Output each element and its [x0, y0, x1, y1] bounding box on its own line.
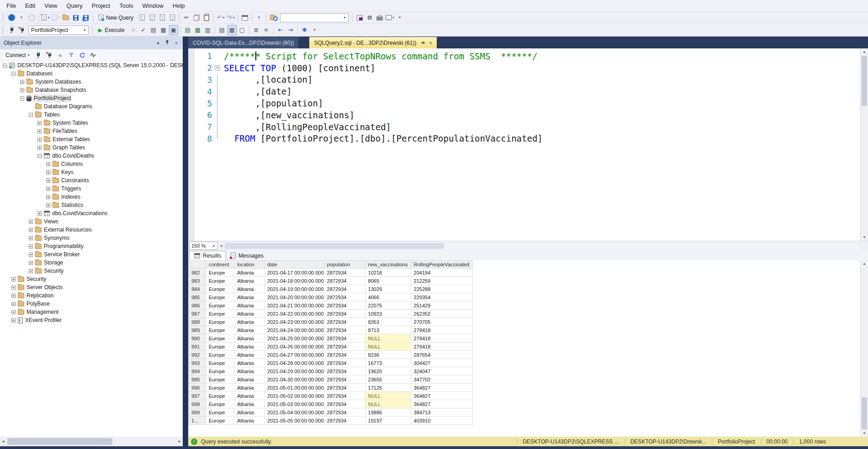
- column-header[interactable]: date: [265, 261, 324, 269]
- sql-window-icon[interactable]: [355, 13, 364, 23]
- column-header[interactable]: new_vaccinations: [365, 261, 411, 269]
- cell[interactable]: 2872934: [324, 359, 365, 367]
- cell[interactable]: Albania: [234, 310, 265, 318]
- cell[interactable]: 8065: [365, 277, 411, 285]
- cell[interactable]: Europe: [206, 367, 234, 375]
- window-position-icon[interactable]: ▾: [154, 41, 162, 46]
- cell[interactable]: Europe: [206, 351, 234, 359]
- tree-item[interactable]: +Programmability: [0, 242, 183, 250]
- tree-item[interactable]: Database Diagrams: [0, 102, 183, 111]
- table-row[interactable]: 985EuropeAlbania2021-04-20 00:00:00.0002…: [189, 293, 473, 301]
- cell[interactable]: 22075: [365, 301, 411, 310]
- cell[interactable]: 2872934: [324, 417, 365, 425]
- tree-item[interactable]: −dbo.CovidDeaths: [0, 152, 183, 160]
- cell[interactable]: Europe: [206, 392, 234, 400]
- collapse-icon[interactable]: −: [20, 96, 24, 100]
- cell[interactable]: Albania: [234, 326, 265, 334]
- new-project-icon[interactable]: ▾: [41, 13, 50, 23]
- tree-item[interactable]: −Tables: [0, 111, 183, 119]
- expand-icon[interactable]: +: [29, 228, 33, 232]
- client-stats-icon[interactable]: ▥: [203, 25, 212, 35]
- cell[interactable]: 8236: [365, 351, 411, 359]
- cell[interactable]: 384713: [411, 408, 472, 417]
- nav-back-dropdown-icon[interactable]: ▾: [17, 13, 26, 23]
- row-number-cell[interactable]: 993: [189, 359, 206, 367]
- panel-splitter[interactable]: [183, 37, 188, 446]
- expand-icon[interactable]: +: [20, 88, 24, 92]
- column-header[interactable]: RollingPeopleVaccinated: [411, 261, 472, 269]
- column-header[interactable]: population: [324, 261, 365, 269]
- change-connection-icon[interactable]: [17, 25, 26, 35]
- scrollbar-thumb[interactable]: [862, 397, 867, 429]
- row-number-cell[interactable]: 992: [189, 351, 206, 359]
- tree-item[interactable]: +Synonyms: [0, 234, 183, 242]
- decrease-indent-icon[interactable]: ⇤: [276, 25, 285, 35]
- row-number-cell[interactable]: 983: [189, 277, 206, 285]
- cell[interactable]: 2021-04-28 00:00:00.000: [265, 359, 324, 367]
- cell[interactable]: 229354: [411, 293, 472, 301]
- cell[interactable]: 19886: [365, 408, 411, 417]
- table-row[interactable]: 992EuropeAlbania2021-04-27 00:00:00.0002…: [189, 351, 473, 359]
- results-vscrollbar[interactable]: ▲ ▼: [860, 260, 868, 437]
- table-row[interactable]: 989EuropeAlbania2021-04-24 00:00:00.0002…: [189, 326, 473, 334]
- expand-icon[interactable]: +: [11, 318, 16, 322]
- row-number-cell[interactable]: 991: [189, 343, 206, 351]
- row-number-cell[interactable]: 994: [189, 367, 206, 375]
- cell[interactable]: 8713: [365, 326, 411, 334]
- tree-item[interactable]: +XEvent Profiler: [0, 316, 183, 324]
- table-row[interactable]: 997EuropeAlbania2021-05-02 00:00:00.0002…: [189, 392, 473, 400]
- zoom-level-combo[interactable]: 150 % ▾: [189, 242, 217, 250]
- results-to-file-icon[interactable]: ▢: [238, 25, 247, 35]
- expand-icon[interactable]: +: [46, 170, 50, 174]
- cell[interactable]: 2872934: [324, 400, 365, 408]
- cell[interactable]: Europe: [206, 343, 234, 351]
- cell[interactable]: 2872934: [324, 269, 365, 277]
- results-to-grid-icon[interactable]: ▦: [228, 25, 237, 35]
- cell[interactable]: Europe: [206, 285, 234, 293]
- scroll-left-icon[interactable]: ◄: [0, 437, 6, 446]
- expand-icon[interactable]: +: [37, 146, 42, 150]
- tree-item[interactable]: +Views: [0, 217, 183, 226]
- expand-icon[interactable]: +: [29, 269, 33, 273]
- cell[interactable]: Europe: [206, 277, 234, 285]
- tree-item[interactable]: +External Tables: [0, 135, 183, 143]
- cell[interactable]: Albania: [234, 417, 265, 425]
- tree-item[interactable]: +Service Broker: [0, 250, 183, 259]
- table-row[interactable]: 999EuropeAlbania2021-05-04 00:00:00.0002…: [189, 408, 473, 417]
- table-row[interactable]: 990EuropeAlbania2021-04-25 00:00:00.0002…: [189, 334, 473, 343]
- cell[interactable]: 2872934: [324, 318, 365, 326]
- expand-icon[interactable]: +: [20, 80, 24, 84]
- find-combo[interactable]: ▾: [280, 13, 349, 22]
- live-stats-icon[interactable]: ▦: [193, 25, 202, 35]
- expand-icon[interactable]: +: [11, 285, 16, 290]
- row-number-cell[interactable]: 996: [189, 384, 206, 392]
- row-number-cell[interactable]: 997: [189, 392, 206, 400]
- editor-hscrollbar[interactable]: [225, 243, 859, 249]
- dax-query-icon[interactable]: [168, 13, 177, 23]
- tree-item[interactable]: +Indexes: [0, 193, 183, 201]
- cell[interactable]: Albania: [234, 277, 265, 285]
- table-row[interactable]: 986EuropeAlbania2021-04-21 00:00:00.0002…: [189, 301, 473, 310]
- row-number-cell[interactable]: 982: [189, 269, 206, 277]
- expand-icon[interactable]: +: [11, 310, 16, 314]
- cell[interactable]: 13029: [365, 285, 411, 293]
- refresh-icon[interactable]: [77, 51, 87, 60]
- cell[interactable]: 212259: [411, 277, 472, 285]
- tree-item[interactable]: +Triggers: [0, 185, 183, 193]
- table-row[interactable]: 984EuropeAlbania2021-04-19 00:00:00.0002…: [189, 285, 473, 293]
- column-header[interactable]: location: [234, 261, 265, 269]
- expand-icon[interactable]: +: [29, 244, 33, 248]
- tab-active-document[interactable]: SQLQuery2.sql - DE...3DP2\Drewski (61))×: [309, 37, 437, 48]
- cell[interactable]: Albania: [234, 318, 265, 326]
- tree-item[interactable]: +PolyBase: [0, 300, 183, 308]
- cell[interactable]: Albania: [234, 359, 265, 367]
- tree-item[interactable]: +Keys: [0, 168, 183, 176]
- cell[interactable]: 304427: [411, 359, 472, 367]
- tree-item[interactable]: +Constraints: [0, 176, 183, 185]
- cell[interactable]: Europe: [206, 417, 234, 425]
- expand-icon[interactable]: +: [11, 294, 16, 298]
- cell[interactable]: 225288: [411, 285, 472, 293]
- cell[interactable]: Albania: [234, 351, 265, 359]
- menu-item-help[interactable]: Help: [168, 0, 190, 12]
- cell[interactable]: 2021-04-19 00:00:00.000: [265, 285, 324, 293]
